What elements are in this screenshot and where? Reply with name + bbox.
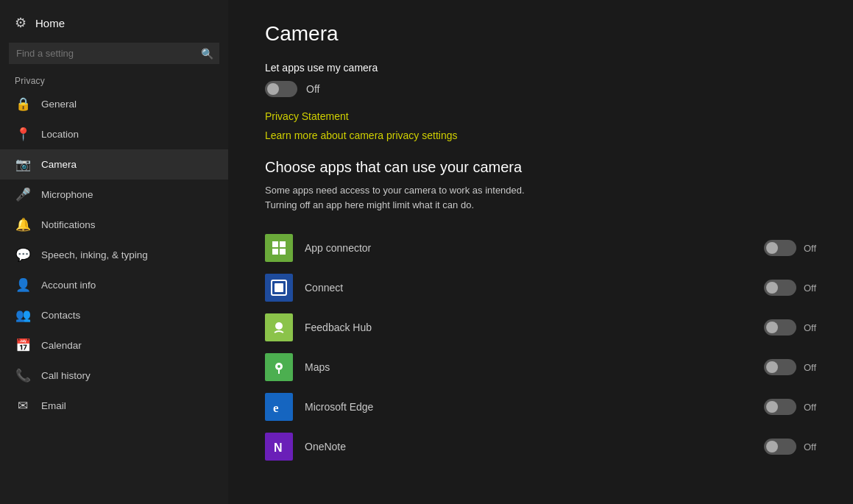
contacts-icon: 👥 xyxy=(15,308,31,323)
svg-rect-0 xyxy=(272,241,278,247)
sidebar-item-account-info[interactable]: 👤 Account info xyxy=(0,270,228,300)
camera-toggle-row: Off xyxy=(265,81,816,97)
sidebar-item-label: Speech, inking, & typing xyxy=(41,249,148,260)
svg-rect-3 xyxy=(280,249,286,255)
toggle-knob xyxy=(766,361,778,373)
sidebar-item-calendar[interactable]: 📅 Calendar xyxy=(0,330,228,361)
sidebar-item-microphone[interactable]: 🎤 Microphone xyxy=(0,180,228,210)
sidebar-item-contacts[interactable]: 👥 Contacts xyxy=(0,300,228,330)
camera-icon: 📷 xyxy=(15,157,31,172)
sidebar-item-email[interactable]: ✉ Email xyxy=(0,391,228,421)
sidebar-list: 🔒 General 📍 Location 📷 Camera 🎤 Micropho… xyxy=(0,89,228,504)
choose-apps-title: Choose apps that can use your camera xyxy=(265,159,816,176)
microsoft-edge-name: Microsoft Edge xyxy=(305,401,764,413)
toggle-knob xyxy=(766,441,778,452)
toggle-knob xyxy=(766,282,778,294)
microsoft-edge-icon: e xyxy=(265,393,293,421)
onenote-status: Off xyxy=(804,441,816,452)
svg-rect-2 xyxy=(272,249,278,255)
microsoft-edge-status: Off xyxy=(804,402,816,413)
app-row-onenote: N OneNote Off xyxy=(265,428,816,465)
onenote-icon: N xyxy=(265,433,293,461)
app-row-connect: Connect Off xyxy=(265,269,816,306)
microsoft-edge-toggle-area: Off xyxy=(764,399,816,415)
sidebar-item-label: Notifications xyxy=(41,219,96,230)
page-title: Camera xyxy=(265,22,816,46)
choose-apps-description: Some apps need access to your camera to … xyxy=(265,183,816,212)
toggle-knob xyxy=(766,401,778,413)
svg-point-6 xyxy=(275,322,283,330)
home-label: Home xyxy=(35,17,65,29)
connect-status: Off xyxy=(804,283,816,294)
svg-rect-1 xyxy=(280,241,286,247)
app-row-feedback-hub: Feedback Hub Off xyxy=(265,309,816,346)
sidebar-section-label: Privacy xyxy=(0,70,228,89)
feedback-hub-toggle-area: Off xyxy=(764,319,816,336)
sidebar-item-label: Contacts xyxy=(41,310,80,321)
search-icon: 🔍 xyxy=(201,48,213,60)
camera-toggle-status: Off xyxy=(306,83,319,95)
maps-name: Maps xyxy=(305,361,764,373)
sidebar-item-label: Account info xyxy=(41,280,96,291)
app-connector-status: Off xyxy=(804,243,816,254)
feedback-hub-name: Feedback Hub xyxy=(305,322,764,333)
sidebar-item-label: Camera xyxy=(41,159,77,170)
sidebar-item-location[interactable]: 📍 Location xyxy=(0,119,228,149)
learn-more-link[interactable]: Learn more about camera privacy settings xyxy=(265,129,816,141)
connect-toggle-area: Off xyxy=(764,280,816,296)
onenote-toggle-area: Off xyxy=(764,439,816,455)
toggle-knob xyxy=(267,83,279,95)
microphone-icon: 🎤 xyxy=(15,187,31,202)
sidebar-item-label: Microphone xyxy=(41,189,93,200)
sidebar-item-notifications[interactable]: 🔔 Notifications xyxy=(0,210,228,240)
app-connector-name: App connector xyxy=(305,242,764,254)
email-icon: ✉ xyxy=(15,398,31,414)
sidebar-item-camera[interactable]: 📷 Camera xyxy=(0,149,228,180)
svg-text:N: N xyxy=(274,441,283,454)
search-input[interactable] xyxy=(9,43,219,64)
privacy-statement-link[interactable]: Privacy Statement xyxy=(265,110,816,122)
sidebar-item-speech[interactable]: 💬 Speech, inking, & typing xyxy=(0,240,228,270)
connect-name: Connect xyxy=(305,282,764,294)
gear-icon: ⚙ xyxy=(15,15,26,31)
toggle-knob xyxy=(766,322,778,333)
microsoft-edge-toggle[interactable] xyxy=(764,399,796,415)
feedback-hub-toggle[interactable] xyxy=(764,319,796,336)
app-connector-toggle-area: Off xyxy=(764,240,816,256)
calendar-icon: 📅 xyxy=(15,338,31,353)
feedback-hub-icon xyxy=(265,313,293,341)
svg-point-8 xyxy=(277,365,280,368)
app-row-microsoft-edge: e Microsoft Edge Off xyxy=(265,388,816,425)
speech-icon: 💬 xyxy=(15,247,31,263)
main-content: Camera Let apps use my camera Off Privac… xyxy=(228,0,853,504)
svg-rect-5 xyxy=(275,283,283,292)
home-button[interactable]: ⚙ Home xyxy=(0,0,228,43)
call-history-icon: 📞 xyxy=(15,368,31,383)
camera-toggle[interactable] xyxy=(265,81,297,97)
sidebar-item-call-history[interactable]: 📞 Call history xyxy=(0,361,228,391)
app-row-maps: Maps Off xyxy=(265,349,816,386)
feedback-hub-status: Off xyxy=(804,322,816,333)
account-icon: 👤 xyxy=(15,277,31,293)
maps-toggle[interactable] xyxy=(764,359,796,375)
notifications-icon: 🔔 xyxy=(15,217,31,233)
location-icon: 📍 xyxy=(15,127,31,142)
sidebar-item-label: Call history xyxy=(41,370,91,381)
app-row-app-connector: App connector Off xyxy=(265,230,816,266)
sidebar-item-label: General xyxy=(41,99,77,110)
onenote-toggle[interactable] xyxy=(764,439,796,455)
onenote-name: OneNote xyxy=(305,441,764,452)
sidebar-item-label: Location xyxy=(41,129,79,140)
maps-toggle-area: Off xyxy=(764,359,816,375)
app-connector-toggle[interactable] xyxy=(764,240,796,256)
svg-text:e: e xyxy=(273,401,279,415)
maps-icon xyxy=(265,353,293,381)
toggle-knob xyxy=(766,242,778,254)
app-connector-icon xyxy=(265,234,293,262)
sidebar-item-general[interactable]: 🔒 General xyxy=(0,89,228,119)
sidebar: ⚙ Home 🔍 Privacy 🔒 General 📍 Location 📷 … xyxy=(0,0,228,504)
sidebar-item-label: Calendar xyxy=(41,340,82,351)
lock-icon: 🔒 xyxy=(15,96,31,112)
connect-toggle[interactable] xyxy=(764,280,796,296)
maps-status: Off xyxy=(804,362,816,373)
